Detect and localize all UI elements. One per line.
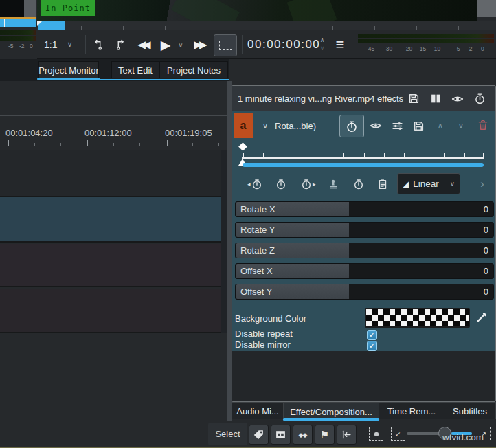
tab-label: Subtitles: [453, 406, 487, 416]
timeline-track-video-2[interactable]: [0, 289, 221, 333]
disable-mirror-checkbox[interactable]: ✓: [367, 341, 377, 351]
monitor-playhead[interactable]: [37, 21, 43, 26]
disable-repeat-checkbox[interactable]: ✓: [367, 330, 377, 340]
move-effect-up-icon[interactable]: ∧: [433, 118, 448, 133]
ramp-icon: ◢: [403, 179, 409, 189]
meter-label: -30: [384, 45, 392, 52]
timecode-spinner[interactable]: ∧ ∨: [317, 36, 327, 54]
keyframe-stem: [243, 147, 244, 158]
effect-item: a ∨ Rota...ble) ∧ ∨ ◂ ▸ ◢ Linear ∨: [232, 111, 495, 351]
copy-keyframes-icon[interactable]: [377, 179, 388, 190]
interpolation-select[interactable]: ◢ Linear ∨: [397, 173, 460, 194]
ruler-tick-minor: [34, 143, 35, 146]
mixed-audio-video-button[interactable]: ◆◆: [293, 425, 313, 445]
tab-project-monitor[interactable]: Project Monitor: [38, 61, 99, 78]
param-slider-rotate-z[interactable]: Rotate Z 0: [235, 243, 494, 258]
compare-split-icon[interactable]: [429, 92, 442, 105]
param-slider-offset-y[interactable]: Offset Y 0: [235, 284, 494, 300]
edit-mode-label[interactable]: Select: [208, 423, 247, 445]
monitor-zoom-select[interactable]: 1:1 ∨: [44, 30, 73, 58]
audio-meter-left: [358, 34, 494, 38]
tag-button[interactable]: [249, 425, 269, 445]
zone-mode-button[interactable]: [214, 34, 237, 56]
param-value: 0: [349, 202, 493, 216]
clip-monitor: -5 -2 0: [0, 0, 36, 58]
background-color-swatch[interactable]: [365, 308, 470, 328]
keyframes-stopwatch-icon[interactable]: [473, 92, 486, 105]
fast-forward-button[interactable]: ▶▶: [190, 36, 212, 54]
ruler-tick-major: [87, 140, 88, 146]
color-picker-pen-icon[interactable]: [474, 309, 489, 326]
timeline-track-audio-2[interactable]: [0, 150, 221, 197]
apply-value-stamp-icon[interactable]: [328, 179, 339, 190]
meter-label: -45: [366, 45, 374, 52]
param-slider-offset-x[interactable]: Offset X 0: [235, 263, 494, 279]
move-effect-down-icon[interactable]: ∨: [453, 118, 469, 133]
kdenlive-window: { "icons": { "chevron_down": "∨", "chevr…: [0, 0, 496, 448]
spinner-up-icon[interactable]: ∧: [317, 36, 327, 44]
param-slider-rotate-x[interactable]: Rotate X 0: [235, 201, 494, 217]
monitor-video[interactable]: [37, 0, 477, 21]
timeline-ruler[interactable]: 00:01:04:20 00:01:12:00 00:01:19:05: [0, 126, 227, 150]
meter-label: -2: [467, 45, 473, 52]
tab-label: Project Notes: [167, 65, 221, 76]
clip-playhead[interactable]: [4, 19, 5, 27]
meter-label: -5: [8, 43, 14, 49]
markers-flag-button[interactable]: ⚑: [315, 425, 335, 445]
param-label: Rotate Y: [240, 225, 275, 235]
monitor-tab-strip: Project Monitor Text Edit Project Notes: [0, 59, 229, 81]
ruler-tick-minor: [60, 143, 61, 146]
tab-project-notes[interactable]: Project Notes: [159, 61, 228, 78]
effect-stack-empty-area[interactable]: [232, 351, 495, 401]
save-effect-stack-icon[interactable]: [407, 92, 420, 105]
zoom-to-zone-icon[interactable]: ↙: [391, 427, 405, 441]
play-button[interactable]: ▶: [157, 34, 174, 55]
ruler-timestamp: 00:01:19:05: [165, 128, 212, 138]
effect-save-icon[interactable]: [411, 118, 426, 133]
more-options-chevron-icon[interactable]: ›: [476, 177, 488, 191]
goto-zone-start-button[interactable]: [91, 38, 104, 51]
tab-effect-composition[interactable]: Effect/Composition...: [283, 402, 379, 421]
meter-label: -5: [455, 45, 460, 52]
flag-icon: ⚑: [320, 429, 329, 441]
effect-presets-icon[interactable]: [390, 118, 405, 133]
preview-eye-icon[interactable]: [451, 92, 464, 105]
goto-zone-end-button[interactable]: [113, 38, 127, 51]
keyframe-zoom-bar[interactable]: [243, 163, 484, 167]
effect-keyframes-button[interactable]: [339, 115, 364, 137]
disable-repeat-label: Disable repeat: [235, 328, 293, 339]
clip-seek-bar[interactable]: [0, 19, 36, 27]
rewind-button[interactable]: ◀◀: [133, 36, 155, 54]
keyframe-ruler[interactable]: [242, 148, 486, 164]
tab-audio-mixer[interactable]: Audio Mi...: [232, 402, 284, 419]
timeline-track-video-1[interactable]: [0, 244, 221, 287]
duplicate-keyframe-icon[interactable]: [353, 179, 364, 190]
timecode-display[interactable]: 00:00:00:00: [247, 30, 320, 58]
center-keyframe-icon[interactable]: [275, 179, 286, 190]
ruler-tick-minor: [139, 143, 140, 146]
tab-label: Time Rem...: [387, 406, 436, 416]
param-label: Rotate Z: [240, 245, 275, 256]
previous-keyframe-icon[interactable]: ◂: [247, 179, 262, 190]
tab-time-remapping[interactable]: Time Rem...: [379, 402, 444, 419]
monitor-menu-icon[interactable]: ≡: [331, 34, 349, 55]
thumbnails-button[interactable]: [271, 425, 291, 445]
spinner-down-icon[interactable]: ∨: [317, 44, 327, 52]
toolbar-separator: [354, 35, 354, 54]
audio-meter-right: [358, 39, 494, 43]
meter-label: -15: [418, 45, 426, 52]
fit-zoom-icon[interactable]: [369, 427, 383, 441]
effect-enable-eye-icon[interactable]: [368, 118, 383, 133]
collapse-chevron-icon[interactable]: ∨: [258, 118, 272, 133]
next-keyframe-icon[interactable]: ▸: [301, 179, 316, 190]
delete-effect-icon[interactable]: [475, 117, 491, 133]
play-options-chevron-icon[interactable]: ∨: [175, 37, 186, 52]
tab-subtitles[interactable]: Subtitles: [444, 402, 496, 419]
timeline-track-selected[interactable]: [0, 197, 221, 243]
insert-point-button[interactable]: [337, 425, 357, 445]
param-label: Offset X: [240, 266, 273, 276]
monitor-zoom-value: 1:1: [44, 39, 57, 50]
monitor-seek-bar[interactable]: [37, 21, 496, 30]
tab-text-edit[interactable]: Text Edit: [111, 61, 159, 78]
param-slider-rotate-y[interactable]: Rotate Y 0: [235, 222, 494, 238]
